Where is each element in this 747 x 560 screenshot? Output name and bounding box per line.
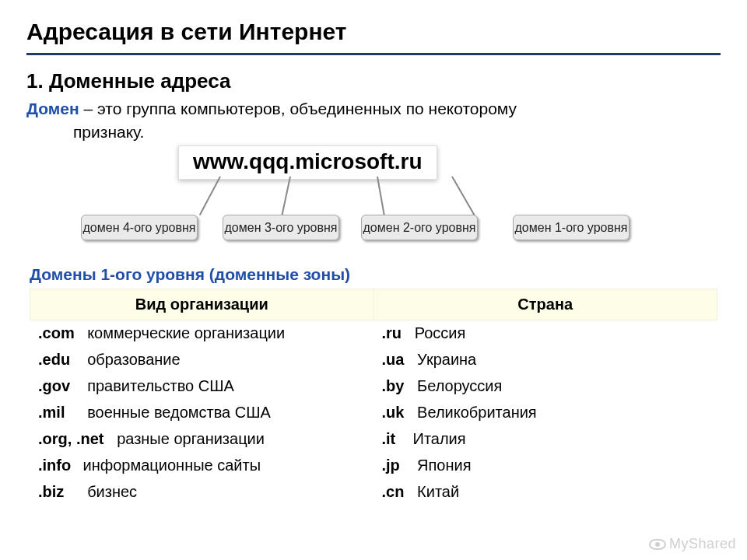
definition-rest: – это группа компьютеров, объединенных п…: [79, 100, 517, 117]
table-header-org: Вид организации: [30, 289, 374, 320]
ctld-name: Великобритания: [417, 404, 537, 421]
table-header-country: Страна: [374, 289, 717, 320]
tld-desc: образование: [87, 351, 181, 368]
connector-4: [199, 176, 221, 215]
ctld-name: Украина: [417, 351, 476, 368]
table-row: .org, .net разные организации .it Италия: [30, 425, 717, 452]
tld-code: .org, .net: [38, 430, 103, 447]
level-2-label: домен 2-ого уровня: [361, 215, 478, 240]
ctld-code: .it: [382, 430, 396, 447]
example-domain: www.qqq.microsoft.ru: [178, 145, 437, 180]
table-row: .biz бизнес .cn Китай: [30, 478, 717, 505]
definition-line-1: Домен – это группа компьютеров, объедине…: [26, 98, 721, 120]
tld-desc: военные ведомства США: [87, 404, 271, 421]
tld-code: .info: [38, 457, 79, 474]
tld-desc: разные организации: [117, 430, 265, 447]
tld-desc: коммерческие организации: [87, 324, 285, 341]
page-title: Адресация в сети Интернет: [26, 19, 721, 55]
ctld-name: Китай: [417, 483, 459, 500]
table-row: .edu образование .ua Украина: [30, 346, 717, 373]
ctld-name: Россия: [415, 324, 466, 341]
table-row: .com коммерческие организации .ru Россия: [30, 320, 717, 346]
level-4-label: домен 4-ого уровня: [81, 215, 198, 240]
tld-desc: бизнес: [87, 483, 137, 500]
ctld-code: .ru: [382, 324, 402, 341]
ctld-code: .ua: [382, 351, 405, 368]
connector-2: [377, 177, 385, 219]
table-row: .mil военные ведомства США .uk Великобри…: [30, 399, 717, 425]
table-subtitle: Домены 1-ого уровня (доменные зоны): [30, 265, 721, 284]
level-1-label: домен 1-ого уровня: [513, 215, 630, 240]
watermark-text: MyShared: [669, 536, 736, 551]
connector-3: [281, 176, 291, 217]
tld-code: .biz: [38, 483, 79, 501]
ctld-code: .by: [382, 377, 405, 394]
table-row: .gov правительство США .by Белоруссия: [30, 373, 717, 399]
definition-term: Домен: [26, 100, 79, 117]
section-heading: 1. Доменные адреса: [26, 69, 721, 93]
table-row: .info информационные сайты .jp Япония: [30, 452, 717, 478]
tld-code: .com: [38, 324, 79, 342]
ctld-code: .jp: [382, 457, 400, 474]
ctld-code: .uk: [382, 404, 405, 421]
eye-icon: [649, 539, 666, 550]
connector-1: [451, 176, 475, 215]
watermark: MyShared: [649, 536, 736, 552]
level-3-label: домен 3-ого уровня: [223, 215, 339, 240]
tld-desc: информационные сайты: [83, 457, 261, 474]
tld-code: .gov: [38, 377, 79, 395]
tld-desc: правительство США: [87, 377, 234, 394]
ctld-code: .cn: [382, 483, 405, 500]
domain-zones-table: Вид организации Страна .com коммерческие…: [30, 289, 717, 506]
ctld-name: Япония: [417, 457, 471, 474]
tld-code: .edu: [38, 351, 79, 369]
ctld-name: Белоруссия: [417, 377, 502, 394]
tld-code: .mil: [38, 404, 79, 422]
domain-diagram: www.qqq.microsoft.ru домен 4-ого уровня …: [26, 141, 721, 265]
ctld-name: Италия: [413, 430, 466, 447]
